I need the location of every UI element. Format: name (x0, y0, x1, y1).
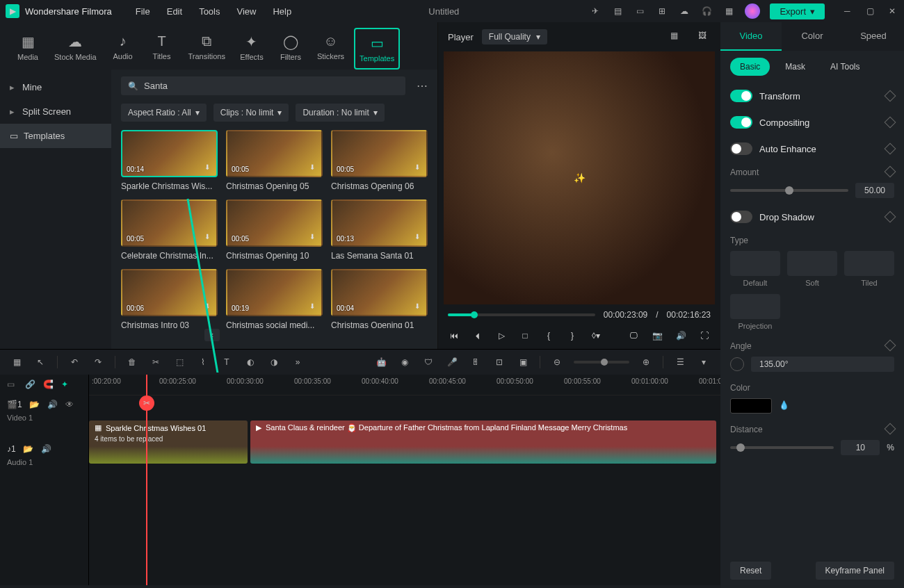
fullscreen-icon[interactable]: ⛶ (698, 329, 711, 342)
download-icon[interactable]: ⬇ (202, 233, 212, 243)
zoom-slider[interactable] (574, 361, 629, 364)
snapshot-icon[interactable]: 🖼 (698, 31, 711, 43)
download-icon[interactable]: ⬇ (412, 302, 422, 312)
view-menu-icon[interactable]: ▾ (697, 355, 711, 369)
template-item[interactable]: 00:04⬇Christmas Opening 01 (331, 269, 428, 328)
speed-icon[interactable]: ◐ (243, 355, 257, 369)
subtab-mask[interactable]: Mask (775, 58, 815, 76)
record-icon[interactable]: ◉ (398, 355, 412, 369)
menu-help[interactable]: Help (266, 3, 298, 19)
tab-effects[interactable]: ✦Effects (235, 28, 268, 70)
headphone-icon[interactable]: 🎧 (700, 5, 713, 17)
mic-icon[interactable]: 🎤 (445, 355, 459, 369)
type-default[interactable]: Default (730, 251, 780, 287)
tab-audio[interactable]: ♪Audio (106, 28, 140, 70)
distance-value[interactable]: 10 (841, 440, 880, 455)
type-tiled[interactable]: Tiled (844, 251, 894, 287)
maximize-button[interactable]: ▢ (866, 6, 876, 16)
minimize-button[interactable]: ─ (844, 6, 854, 16)
tracks-view-icon[interactable]: ☰ (673, 355, 687, 369)
folder-icon[interactable]: 📂 (29, 400, 40, 411)
tab-media[interactable]: ▦Media (11, 28, 45, 70)
template-item[interactable]: 00:05⬇Christmas Opening 05 (226, 130, 323, 191)
redo-icon[interactable]: ↷ (91, 355, 105, 369)
sidebar-item-split-screen[interactable]: ▸Split Screen (0, 99, 111, 124)
save-icon[interactable]: ⊞ (656, 5, 668, 17)
reset-button[interactable]: Reset (730, 562, 771, 580)
close-button[interactable]: ✕ (889, 6, 898, 16)
keyframe-icon[interactable] (885, 117, 896, 129)
more-icon[interactable]: ⋯ (417, 79, 428, 92)
slider-thumb[interactable] (736, 443, 745, 452)
audio-track-head[interactable]: ♪1 📂 🔊 Audio 1 (0, 440, 88, 484)
sidebar-item-templates[interactable]: ▭Templates (0, 124, 111, 148)
toggle-compositing[interactable] (730, 116, 752, 129)
folder-icon[interactable]: 📂 (23, 444, 34, 455)
keyframe-icon[interactable] (885, 211, 896, 223)
template-item[interactable]: 00:06⬇Christmas Intro 03 (121, 269, 218, 328)
download-icon[interactable]: ⬇ (202, 302, 212, 312)
apps-icon[interactable]: ▦ (723, 5, 735, 17)
pager-prev[interactable]: ‹ (204, 329, 220, 341)
download-icon[interactable]: ⬇ (412, 163, 422, 173)
menu-edit[interactable]: Edit (160, 3, 189, 19)
export-button[interactable]: Export▾ (770, 3, 825, 19)
download-icon[interactable]: ⬇ (202, 163, 212, 173)
download-icon[interactable]: ⬇ (307, 163, 317, 173)
tab-filters[interactable]: ◯Filters (274, 28, 307, 70)
video-track-head[interactable]: 🎬1 📂 🔊 👁 Video 1 (0, 395, 88, 440)
download-icon[interactable]: ⬇ (307, 233, 317, 243)
render-icon[interactable]: ▣ (516, 355, 530, 369)
toggle-auto-enhance[interactable] (730, 142, 752, 155)
template-item[interactable]: 00:13⬇Las Semana Santa 01 (331, 199, 428, 261)
amount-slider[interactable] (730, 189, 848, 192)
toggle-transform[interactable] (730, 90, 752, 102)
delete-icon[interactable]: 🗑 (125, 355, 139, 369)
device-icon[interactable]: ▭ (633, 5, 646, 17)
angle-value[interactable]: 135.00° (751, 357, 894, 372)
menu-file[interactable]: File (129, 3, 157, 19)
type-soft[interactable]: Soft (787, 251, 837, 287)
subtab-ai-tools[interactable]: AI Tools (821, 58, 869, 76)
template-item[interactable]: 00:19⬇Christmas social medi... (226, 269, 323, 328)
filter-aspect-ratio[interactable]: Aspect Ratio : All▾ (121, 104, 207, 122)
snap-icon[interactable]: ✦ (61, 379, 72, 391)
filter-clips[interactable]: Clips : No limit▾ (213, 104, 289, 122)
marker-menu-icon[interactable]: ◊▾ (590, 329, 602, 342)
send-icon[interactable]: ✈ (589, 5, 602, 17)
display-icon[interactable]: 🖵 (627, 329, 640, 342)
zoom-thumb[interactable] (601, 359, 608, 366)
subtab-basic[interactable]: Basic (730, 58, 770, 76)
row-transform[interactable]: Transform (720, 83, 904, 109)
angle-dial[interactable] (730, 357, 744, 371)
avatar[interactable] (745, 3, 760, 19)
mark-in-icon[interactable]: { (542, 329, 555, 342)
timeline-clip-2[interactable]: ▶ Santa Claus & reindeer 🎅 Departure of … (250, 420, 716, 464)
template-item[interactable]: 00:05⬇Christmas Opening 10 (226, 199, 323, 261)
timeline-tracks[interactable]: :00:20:0000:00:25:0000:00:30:0000:00:35:… (89, 375, 720, 585)
keyframe-icon[interactable] (885, 423, 896, 435)
amount-value[interactable]: 50.00 (855, 183, 894, 198)
timeline-clip-1[interactable]: ▦ Sparkle Christmas Wishes 01 4 items to… (89, 420, 248, 464)
seek-track[interactable] (448, 313, 595, 316)
track-opt-icon[interactable]: ▭ (7, 379, 18, 391)
insp-tab-video[interactable]: Video (720, 22, 782, 51)
color-dropdown[interactable] (730, 398, 772, 414)
tab-stock-media[interactable]: ☁Stock Media (50, 28, 101, 70)
more-tools-icon[interactable]: » (291, 355, 305, 369)
zoom-in-icon[interactable]: ⊕ (639, 355, 653, 369)
preview-canvas[interactable]: ✨ (444, 51, 715, 304)
magnet-icon[interactable]: 🧲 (43, 379, 54, 391)
tab-stickers[interactable]: ☺Stickers (313, 28, 348, 70)
crop-icon[interactable]: ⬚ (172, 355, 186, 369)
sidebar-item-mine[interactable]: ▸Mine (0, 75, 111, 99)
library-icon[interactable]: ▤ (611, 5, 624, 17)
mixer-icon[interactable]: 🎚 (469, 355, 483, 369)
tab-titles[interactable]: TTitles (145, 28, 179, 70)
grid-tool-icon[interactable]: ▦ (10, 355, 24, 369)
select-tool-icon[interactable]: ↖ (33, 355, 47, 369)
link-icon[interactable]: 🔗 (25, 379, 36, 391)
split-icon[interactable]: ⌇ (196, 355, 210, 369)
toggle-drop-shadow[interactable] (730, 211, 752, 223)
download-icon[interactable]: ⬇ (307, 302, 317, 312)
